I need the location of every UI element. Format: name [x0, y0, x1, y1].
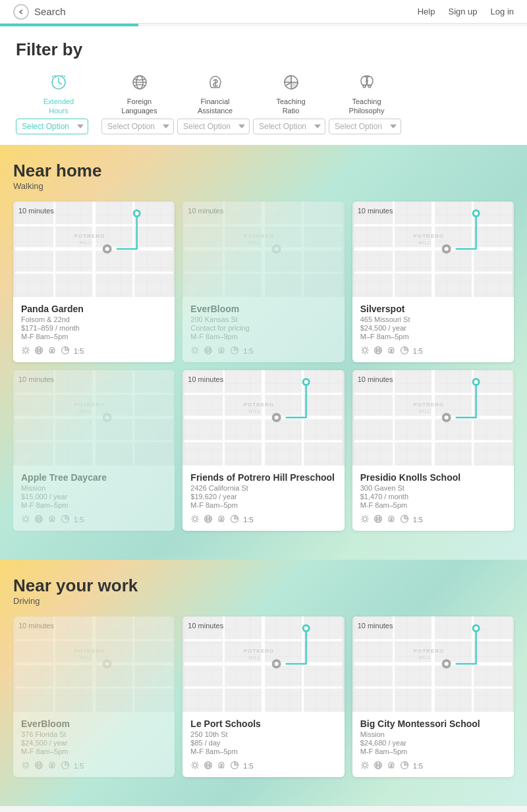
svg-line-256 [367, 762, 368, 763]
foreign-languages-icon [128, 70, 152, 94]
foreign-languages-select[interactable]: Select Option [101, 119, 174, 134]
money-icon [387, 346, 396, 357]
svg-text:POTRERO: POTRERO [244, 402, 275, 408]
card-price: $24,680 / year [360, 739, 506, 747]
filter-teaching-philosophy: TeachingPhilosophy [329, 70, 404, 116]
svg-text:HILL: HILL [249, 655, 262, 660]
extended-hours-select[interactable]: Select Option [16, 119, 88, 134]
teaching-ratio-icon [279, 70, 303, 94]
card-friends-potrero[interactable]: POTRERO HILL 10 minutes Friends of Potre… [182, 370, 344, 531]
card-hours: M-F 8am–5pm [360, 501, 506, 509]
card-panda-garden[interactable]: POTRERO HILL 10 minutes Panda Garden Fol… [13, 202, 175, 362]
card-map-everbloom-work: POTRERO HILL 10 minutes [13, 616, 175, 712]
sun-icon [190, 346, 200, 357]
card-ratio: 1:5 [243, 762, 253, 770]
back-button[interactable] [13, 4, 29, 20]
svg-point-166 [444, 416, 448, 420]
teaching-ratio-select[interactable]: Select Option [253, 119, 325, 134]
filter-extended-hours: ExtendedHours [16, 70, 101, 116]
globe-icon [204, 761, 213, 772]
svg-line-227 [197, 767, 198, 769]
svg-text:HILL: HILL [80, 409, 92, 414]
card-big-city[interactable]: POTRERO HILL 10 minutes Big City Montess… [352, 616, 514, 777]
money-icon [47, 514, 57, 526]
filter-icons-row: ExtendedHours ForeignLanguages [16, 70, 511, 116]
card-map-le-port: POTRERO HILL 10 minutes [182, 616, 344, 712]
card-address: 2426 California St [190, 484, 336, 492]
header: Search Help Sign up Log in [0, 0, 527, 24]
near-home-section: Near home Walking POTRERO HILL [0, 145, 527, 560]
card-map-silverspot: POTRERO HILL 10 minutes [352, 202, 514, 297]
ratio-chart-icon [230, 346, 239, 357]
card-address: 376 Florida St [21, 730, 167, 738]
svg-line-2 [59, 82, 62, 84]
card-silverspot[interactable]: POTRERO HILL 10 minutes Silverspot 465 M… [352, 202, 514, 362]
svg-line-92 [367, 347, 368, 348]
card-icons: 1:5 [190, 514, 336, 526]
card-time: 10 minutes [188, 622, 223, 630]
card-price: $15,000 / year [21, 493, 167, 501]
card-info-silverspot: Silverspot 465 Missouri St $24,500 / yea… [352, 297, 514, 362]
svg-text:POTRERO: POTRERO [74, 648, 105, 654]
card-everbloom-work[interactable]: POTRERO HILL 10 minutes EverBloom 376 Fl… [13, 616, 175, 777]
card-icons: 1:5 [21, 514, 167, 526]
svg-point-30 [105, 247, 109, 251]
svg-line-173 [367, 521, 368, 522]
card-name: Friends of Potrero Hill Preschool [190, 472, 336, 483]
money-icon [387, 514, 396, 526]
card-info-apple-tree: Apple Tree Daycare Mission $15,000 / yea… [13, 466, 175, 531]
globe-icon [374, 761, 383, 772]
card-time: 10 minutes [358, 622, 393, 630]
sun-icon [21, 514, 30, 526]
card-le-port[interactable]: POTRERO HILL 10 minutes Le Port Schools … [182, 616, 344, 777]
filter-title: Filter by [16, 40, 511, 60]
globe-icon [374, 514, 383, 526]
card-map-everbloom-1: POTRERO HILL 10 minutes [182, 202, 344, 297]
filter-teaching-ratio: TeachingRatio [253, 70, 329, 116]
card-info-panda-garden: Panda Garden Folsom & 22nd $171–859 / mo… [13, 297, 175, 362]
card-map-panda-garden: POTRERO HILL 10 minutes [13, 202, 175, 297]
svg-line-116 [23, 516, 24, 517]
card-hours: M-F 8am–9pm [190, 333, 336, 340]
svg-text:HILL: HILL [249, 240, 262, 245]
sun-icon [360, 346, 370, 357]
svg-line-62 [192, 347, 194, 348]
svg-line-119 [23, 521, 24, 522]
card-address: Folsom & 22nd [21, 315, 167, 323]
card-everbloom-1[interactable]: POTRERO HILL 10 minutes EverBloom 200 Ka… [182, 202, 344, 362]
svg-text:POTRERO: POTRERO [413, 402, 444, 408]
card-icons: 1:5 [360, 761, 506, 772]
svg-line-36 [23, 347, 24, 348]
card-apple-tree[interactable]: POTRERO HILL 10 minutes Apple Tree Dayca… [13, 370, 175, 531]
svg-point-85 [363, 348, 367, 352]
svg-point-56 [275, 247, 279, 251]
card-name: Apple Tree Daycare [21, 472, 167, 483]
svg-point-82 [474, 211, 478, 215]
ratio-chart-icon [400, 761, 409, 772]
svg-line-65 [192, 352, 194, 354]
svg-text:HILL: HILL [418, 655, 431, 660]
card-icons: 1:5 [360, 514, 506, 526]
card-info-friends-potrero: Friends of Potrero Hill Preschool 2426 C… [182, 466, 344, 531]
financial-assistance-select[interactable]: Select Option [177, 119, 250, 134]
near-home-title: Near home [13, 161, 514, 181]
teaching-philosophy-select[interactable]: Select Option [329, 119, 401, 134]
globe-icon [34, 514, 43, 526]
svg-line-254 [362, 762, 363, 763]
card-hours: M–F 8am–5pm [360, 333, 506, 340]
sun-icon [360, 514, 370, 526]
card-name: Big City Montessori School [360, 718, 506, 729]
help-link[interactable]: Help [418, 7, 435, 16]
filter-teaching-ratio-label: TeachingRatio [276, 97, 305, 116]
svg-point-139 [193, 517, 197, 521]
signup-link[interactable]: Sign up [448, 7, 477, 16]
svg-point-15 [363, 85, 366, 88]
login-link[interactable]: Log in [491, 7, 514, 16]
card-map-presidio-knolls: POTRERO HILL 10 minutes [352, 370, 514, 466]
ratio-chart-icon [61, 761, 70, 772]
svg-line-145 [197, 521, 198, 522]
card-hours: M-F 8am–5pm [360, 747, 506, 755]
extended-hours-select-wrapper: Select Option [16, 119, 101, 134]
card-presidio-knolls[interactable]: POTRERO HILL 10 minutes Presidio Knolls … [352, 370, 514, 531]
filter-extended-hours-label: ExtendedHours [43, 97, 74, 116]
